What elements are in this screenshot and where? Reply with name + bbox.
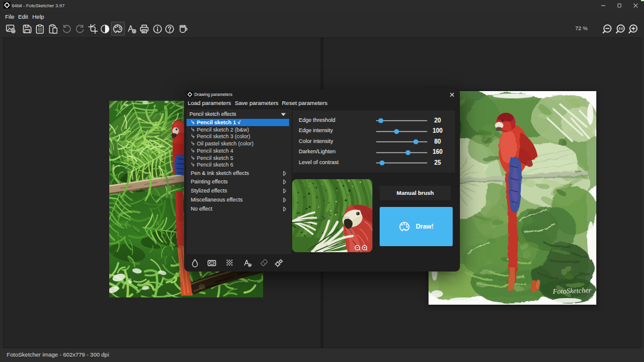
svg-text:FotoSketcher: FotoSketcher: [552, 286, 592, 296]
